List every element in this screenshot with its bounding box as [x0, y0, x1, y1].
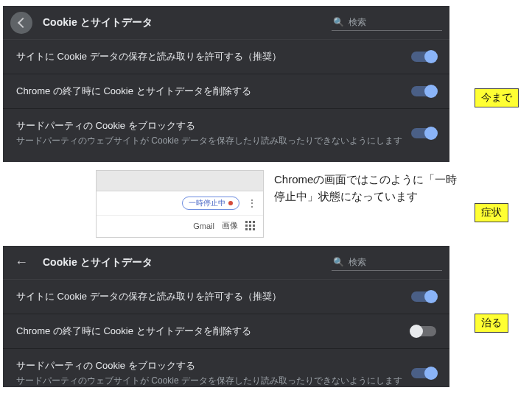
link-gmail[interactable]: Gmail	[193, 222, 214, 230]
row-title: サイトに Cookie データの保存と読み取りを許可する（推奨）	[16, 290, 411, 303]
setting-row-clear-on-exit: Chrome の終了時に Cookie とサイトデータを削除する	[3, 314, 449, 349]
search-icon: 🔍	[333, 257, 344, 267]
row-text: Chrome の終了時に Cookie とサイトデータを削除する	[16, 325, 411, 338]
toggle-allow-cookies[interactable]	[411, 291, 436, 302]
tag-symptom: 症状	[475, 203, 508, 222]
row-title: Chrome の終了時に Cookie とサイトデータを削除する	[16, 85, 411, 98]
tag-until-now: 今まで	[475, 88, 519, 107]
card-topbar	[97, 171, 263, 191]
row-title: Chrome の終了時に Cookie とサイトデータを削除する	[16, 325, 411, 338]
row-text: サイトに Cookie データの保存と読み取りを許可する（推奨）	[16, 50, 411, 63]
settings-panel-after: ← Cookie とサイトデータ 🔍 検索 サイトに Cookie データの保存…	[3, 246, 449, 387]
page-title: Cookie とサイトデータ	[43, 256, 332, 269]
toggle-clear-on-exit[interactable]	[411, 86, 436, 96]
chrome-paused-card: 一時停止中 ⋮ Gmail 画像	[96, 170, 264, 238]
toggle-clear-on-exit[interactable]	[411, 326, 436, 336]
row-text: サードパーティの Cookie をブロックする サードパーティのウェブサイトが …	[16, 119, 411, 147]
row-title: サードパーティの Cookie をブロックする	[16, 119, 411, 132]
caption-text: Chromeの画面ではこのように「一時停止中」状態になっています	[274, 171, 458, 205]
alert-dot-icon	[228, 201, 233, 205]
search-placeholder: 検索	[349, 16, 366, 29]
row-title: サイトに Cookie データの保存と読み取りを許可する（推奨）	[16, 50, 411, 63]
toggle-block-thirdparty[interactable]	[411, 368, 436, 378]
row-subtitle: サードパーティのウェブサイトが Cookie データを保存したり読み取ったりでき…	[16, 375, 411, 387]
setting-row-clear-on-exit: Chrome の終了時に Cookie とサイトデータを削除する	[3, 74, 449, 109]
link-images[interactable]: 画像	[222, 220, 238, 231]
row-text: Chrome の終了時に Cookie とサイトデータを削除する	[16, 85, 411, 98]
search-icon: 🔍	[333, 17, 344, 27]
setting-row-block-thirdparty: サードパーティの Cookie をブロックする サードパーティのウェブサイトが …	[3, 109, 449, 158]
row-text: サードパーティの Cookie をブロックする サードパーティのウェブサイトが …	[16, 359, 411, 387]
search-input[interactable]: 🔍 検索	[332, 15, 442, 31]
arrow-left-icon	[17, 17, 27, 27]
card-bottom: Gmail 画像	[97, 215, 263, 236]
toggle-allow-cookies[interactable]	[411, 52, 436, 62]
tag-fix: 治る	[475, 314, 508, 333]
setting-row-block-thirdparty: サードパーティの Cookie をブロックする サードパーティのウェブサイトが …	[3, 349, 449, 396]
back-button[interactable]	[10, 12, 32, 34]
setting-row-allow-cookies: サイトに Cookie データの保存と読み取りを許可する（推奨）	[3, 40, 449, 74]
search-placeholder: 検索	[349, 256, 366, 269]
back-button[interactable]: ←	[10, 252, 32, 274]
panel-header: ← Cookie とサイトデータ 🔍 検索	[3, 246, 449, 280]
setting-row-allow-cookies: サイトに Cookie データの保存と読み取りを許可する（推奨）	[3, 280, 449, 314]
settings-panel-before: Cookie とサイトデータ 🔍 検索 サイトに Cookie データの保存と読…	[3, 6, 449, 162]
menu-button[interactable]: ⋮	[247, 197, 257, 209]
row-title: サードパーティの Cookie をブロックする	[16, 359, 411, 372]
pill-label: 一時停止中	[189, 198, 225, 208]
row-text: サイトに Cookie データの保存と読み取りを許可する（推奨）	[16, 290, 411, 303]
page-title: Cookie とサイトデータ	[43, 16, 332, 29]
card-mid: 一時停止中 ⋮	[97, 191, 263, 215]
row-subtitle: サードパーティのウェブサイトが Cookie データを保存したり読み取ったりでき…	[16, 135, 411, 147]
search-input[interactable]: 🔍 検索	[332, 255, 442, 271]
panel-header: Cookie とサイトデータ 🔍 検索	[3, 6, 449, 40]
toggle-block-thirdparty[interactable]	[411, 128, 436, 138]
sync-paused-pill[interactable]: 一時停止中	[182, 197, 239, 210]
apps-grid-icon[interactable]	[245, 221, 256, 231]
